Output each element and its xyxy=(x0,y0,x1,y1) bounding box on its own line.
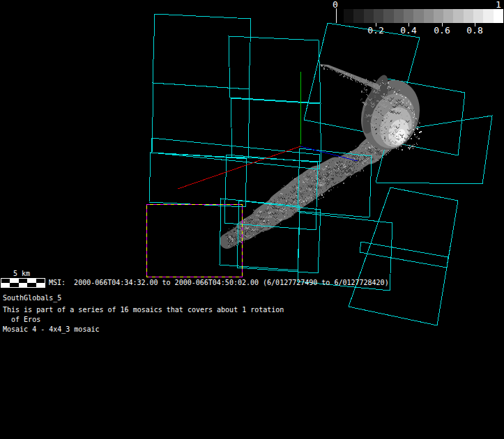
asteroid-speckle xyxy=(305,184,306,185)
asteroid-speckle xyxy=(297,181,298,182)
asteroid-speckle xyxy=(351,156,352,157)
asteroid-spike-speckle xyxy=(365,84,367,85)
asteroid-speckle xyxy=(228,238,229,239)
asteroid-speckle xyxy=(300,190,300,190)
asteroid-speckle xyxy=(292,178,293,178)
asteroid-spike-speckle xyxy=(331,68,333,70)
asteroid-spike-speckle xyxy=(365,83,366,84)
asteroid-speckle xyxy=(344,167,344,168)
asteroid-speckle xyxy=(374,160,374,160)
asteroid-lobe-speckle xyxy=(383,99,385,100)
asteroid-lobe-speckle xyxy=(412,112,413,114)
asteroid-speckle xyxy=(295,188,296,190)
asteroid-speckle xyxy=(254,236,256,238)
asteroid-speckle xyxy=(326,185,327,187)
asteroid-lobe-speckle xyxy=(384,128,385,129)
asteroid-speckle xyxy=(336,176,337,176)
asteroid-lobe-speckle xyxy=(404,123,405,125)
asteroid-lobe-speckle xyxy=(398,136,399,137)
asteroid-lobe-speckle xyxy=(379,111,380,112)
asteroid-speckle xyxy=(245,233,246,235)
asteroid-lobe-speckle xyxy=(409,148,411,150)
asteroid-speckle xyxy=(270,223,270,224)
asteroid-lobe-speckle xyxy=(383,83,384,84)
colorbar-step xyxy=(374,9,383,23)
asteroid-speckle xyxy=(316,185,316,186)
asteroid-speckle xyxy=(268,217,270,218)
asteroid-speckle xyxy=(270,201,271,202)
asteroid-speckle xyxy=(383,157,383,158)
asteroid-speckle xyxy=(346,170,347,171)
asteroid-speckle xyxy=(261,220,262,221)
asteroid-speckle xyxy=(283,206,284,207)
asteroid-speckle xyxy=(257,212,258,213)
asteroid-lobe-speckle xyxy=(395,130,396,131)
asteroid-speckle xyxy=(355,167,356,167)
asteroid-lobe-speckle xyxy=(399,131,401,132)
asteroid-speckle xyxy=(330,180,330,180)
asteroid-speckle xyxy=(277,207,279,208)
asteroid-speckle xyxy=(253,215,254,215)
asteroid-lobe-speckle xyxy=(379,121,380,122)
asteroid-lobe-speckle xyxy=(381,110,382,111)
asteroid-lobe-speckle xyxy=(408,102,409,103)
asteroid-speckle xyxy=(307,187,308,188)
asteroid-lobe-speckle xyxy=(408,145,409,146)
asteroid-speckle xyxy=(367,148,368,150)
asteroid-spike-speckle xyxy=(339,71,341,72)
asteroid-lobe-speckle xyxy=(383,140,384,141)
asteroid-speckle xyxy=(265,222,266,222)
asteroid-speckle xyxy=(311,197,312,199)
asteroid-speckle xyxy=(270,201,271,201)
asteroid-speckle xyxy=(240,222,241,222)
asteroid-speckle xyxy=(331,181,333,182)
asteroid-speckle xyxy=(318,195,319,196)
scene-3d-view[interactable] xyxy=(0,0,504,439)
asteroid-speckle xyxy=(240,240,241,241)
asteroid-speckle xyxy=(333,160,333,161)
asteroid-speckle xyxy=(376,155,377,155)
asteroid-speckle xyxy=(333,172,334,173)
asteroid-spike-speckle xyxy=(360,78,362,79)
asteroid-speckle xyxy=(351,157,352,157)
asteroid-speckle xyxy=(323,178,325,178)
asteroid-speckle xyxy=(373,153,374,153)
asteroid-speckle xyxy=(290,195,291,197)
asteroid-speckle xyxy=(376,154,376,155)
colorbar-tick-label: 0.8 xyxy=(466,26,482,35)
asteroid-spike-speckle xyxy=(369,84,371,85)
asteroid-speckle xyxy=(352,158,353,159)
asteroid-speckle xyxy=(228,244,229,245)
asteroid-speckle xyxy=(305,199,306,199)
asteroid-speckle xyxy=(315,185,316,185)
asteroid-speckle xyxy=(352,170,353,171)
asteroid-lobe-speckle xyxy=(385,137,386,138)
asteroid-speckle xyxy=(277,213,278,214)
asteroid-speckle xyxy=(267,221,268,222)
asteroid-speckle xyxy=(322,179,323,180)
asteroid-speckle xyxy=(305,203,305,204)
asteroid-speckle xyxy=(243,227,245,228)
asteroid-speckle xyxy=(258,222,259,222)
colorbar-step xyxy=(473,9,483,23)
asteroid-speckle xyxy=(263,231,264,232)
asteroid-speckle xyxy=(360,157,361,158)
asteroid-speckle xyxy=(233,236,234,236)
asteroid-speckle xyxy=(363,164,364,165)
asteroid-speckle xyxy=(362,147,363,148)
asteroid-lobe-speckle xyxy=(382,115,383,116)
asteroid-speckle xyxy=(253,213,254,214)
asteroid-lobe-speckle xyxy=(376,123,377,125)
asteroid-spike-speckle xyxy=(357,82,358,83)
asteroid-spike-speckle xyxy=(321,65,323,66)
asteroid-lobe-speckle xyxy=(392,133,394,134)
asteroid-speckle xyxy=(277,219,277,220)
asteroid-speckle xyxy=(362,169,363,169)
asteroid-speckle xyxy=(344,164,344,165)
asteroid-speckle xyxy=(249,233,250,233)
asteroid-spike-speckle xyxy=(354,77,356,78)
asteroid-speckle xyxy=(268,209,269,210)
asteroid-spike-speckle xyxy=(327,69,328,70)
asteroid-lobe-speckle xyxy=(387,126,388,128)
asteroid-spike-speckle xyxy=(341,72,342,73)
